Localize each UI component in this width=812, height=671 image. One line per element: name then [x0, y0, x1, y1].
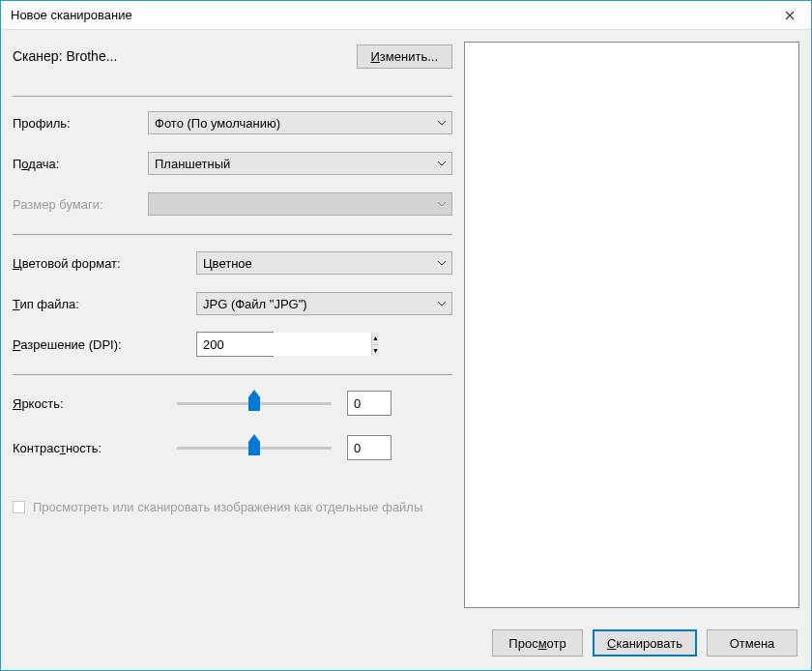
divider: [13, 234, 452, 235]
source-label: Подача:: [13, 157, 148, 171]
color-format-label: Цветовой формат:: [13, 256, 196, 271]
file-type-label: Тип файла:: [13, 297, 196, 311]
profile-row: Профиль: Фото (По умолчанию): [13, 110, 452, 135]
spinner-down-button[interactable]: ▼: [372, 345, 379, 357]
separate-files-checkbox: [13, 501, 25, 513]
chevron-down-icon: [438, 259, 446, 267]
contrast-value[interactable]: 0: [347, 435, 392, 460]
contrast-row: Контрастность: 0: [13, 435, 452, 460]
divider: [13, 96, 452, 97]
close-icon: [785, 11, 795, 20]
scanner-label: Сканер: Brothe...: [13, 48, 357, 64]
separate-files-label: Просмотреть или сканировать изображения …: [33, 499, 422, 516]
contrast-slider[interactable]: [177, 438, 332, 457]
resolution-spinner[interactable]: ▲ ▼: [196, 332, 274, 357]
contrast-label: Контрастность:: [13, 441, 148, 455]
footer: Просмотр Сканировать Отмена: [1, 620, 811, 670]
settings-panel: Сканер: Brothe... Изменить... Профиль: Ф…: [13, 42, 452, 608]
preview-panel[interactable]: [464, 42, 799, 608]
paper-size-row: Размер бумаги:: [13, 191, 452, 217]
chevron-down-icon: [438, 300, 446, 307]
profile-select[interactable]: Фото (По умолчанию): [148, 111, 452, 134]
scan-button[interactable]: Сканировать: [593, 629, 697, 656]
spinner-up-button[interactable]: ▲: [372, 333, 379, 345]
paper-size-select: [148, 192, 452, 216]
scan-dialog: Новое сканирование Сканер: Brothe... Изм…: [0, 0, 812, 671]
source-select[interactable]: Планшетный: [148, 152, 452, 175]
color-format-row: Цветовой формат: Цветное: [13, 250, 452, 276]
file-type-select[interactable]: JPG (Файл "JPG"): [196, 292, 452, 315]
chevron-down-icon: [438, 160, 446, 167]
brightness-slider[interactable]: [177, 394, 332, 413]
brightness-row: Яркость: 0: [13, 391, 452, 416]
close-button[interactable]: [768, 1, 811, 30]
paper-size-label: Размер бумаги:: [13, 197, 148, 212]
source-row: Подача: Планшетный: [13, 151, 452, 176]
brightness-value[interactable]: 0: [347, 391, 392, 416]
profile-label: Профиль:: [13, 116, 148, 131]
color-format-select[interactable]: Цветное: [196, 251, 452, 275]
resolution-label: Разрешение (DPI):: [13, 337, 196, 352]
scanner-row: Сканер: Brothe... Изменить...: [13, 42, 452, 71]
chevron-down-icon: [438, 119, 446, 127]
slider-thumb[interactable]: [248, 390, 260, 411]
change-scanner-button[interactable]: Изменить...: [357, 44, 452, 69]
separate-files-row: Просмотреть или сканировать изображения …: [13, 499, 452, 516]
preview-button[interactable]: Просмотр: [492, 629, 583, 656]
content-area: Сканер: Brothe... Изменить... Профиль: Ф…: [1, 30, 811, 620]
file-type-row: Тип файла: JPG (Файл "JPG"): [13, 291, 452, 316]
slider-thumb[interactable]: [248, 434, 260, 455]
divider: [13, 374, 452, 375]
window-title: Новое сканирование: [11, 8, 768, 22]
brightness-label: Яркость:: [13, 396, 148, 411]
titlebar: Новое сканирование: [1, 1, 811, 30]
resolution-row: Разрешение (DPI): ▲ ▼: [13, 332, 452, 357]
cancel-button[interactable]: Отмена: [707, 629, 798, 656]
resolution-input[interactable]: [197, 333, 371, 356]
chevron-down-icon: [438, 200, 446, 208]
